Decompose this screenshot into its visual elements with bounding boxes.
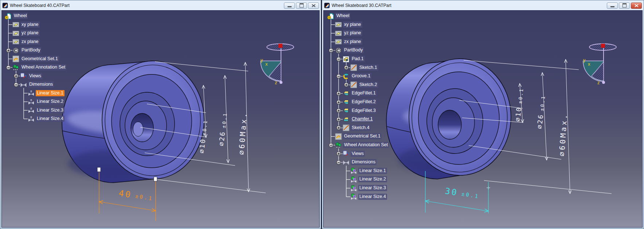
partbody-icon[interactable] [335,47,342,54]
edgefillet-icon[interactable] [343,90,350,97]
geoset-icon[interactable] [12,55,19,62]
geoset-icon[interactable] [335,133,342,140]
tree-node-geometrical-set-1[interactable]: Geometrical Set.1 [343,133,382,139]
tree-expander-plus[interactable]: + [344,82,349,87]
tree-expander-minus[interactable]: − [329,48,333,53]
dim-label-dia10[interactable]: ⌀10±0.1 [514,88,525,122]
plane-icon[interactable] [335,21,342,28]
linsize-icon[interactable]: ± [28,107,35,114]
annotset-icon[interactable] [12,64,19,71]
tree-node-pad-1[interactable]: Pad.1 [351,56,365,62]
partbody-icon[interactable] [12,47,19,54]
tree-node-sketch-4[interactable]: Sketch.4 [351,125,371,131]
tree-node-linear-size-2[interactable]: Linear Size.2 [358,176,387,182]
tree-node-partbody[interactable]: PartBody [20,47,41,53]
tree-node-xy-plane[interactable]: xy plane [20,22,40,28]
compass-handle[interactable] [278,44,282,48]
compass-handle[interactable] [601,44,605,48]
tree-node-chamfer-1[interactable]: Chamfer.1 [351,116,374,122]
tree-expander-minus[interactable]: − [336,74,341,79]
viewport-3d[interactable]: ⌀10±0.1 ⌀26±0.1 ⌀60Max. 30±0.1 y x z [323,10,643,228]
annotset-icon[interactable] [335,142,342,149]
spec-tree[interactable]: Wheelxy planeyz planezx plane+PartBodyGe… [2,11,126,220]
tree-node-partbody[interactable]: PartBody [343,47,364,53]
close-button[interactable] [631,3,642,9]
dimensions-icon[interactable] [20,81,27,88]
sketch-icon[interactable] [343,124,350,131]
tree-node-sketch-1[interactable]: Sketch.1 [358,65,378,71]
tree-node-yz-plane[interactable]: yz plane [20,30,40,36]
tree-node-views[interactable]: Views [28,73,42,79]
plane-icon[interactable] [335,30,342,37]
edgefillet-icon[interactable] [343,99,350,106]
compass[interactable]: y x z [261,44,294,85]
restore-button[interactable] [296,3,307,9]
plane-icon[interactable] [12,30,19,37]
tree-expander-minus[interactable]: − [336,57,341,62]
linsize2-icon[interactable] [350,185,357,192]
plane-icon[interactable] [12,21,19,28]
tree-expander-plus[interactable]: + [336,117,341,122]
groove-icon[interactable] [343,73,350,80]
dimensions-icon[interactable] [343,159,350,166]
tree-expander-plus[interactable]: + [336,91,341,96]
tree-node-edgefillet-1[interactable]: EdgeFillet.1 [351,90,377,96]
dimension-handle[interactable] [154,177,157,181]
chamfer-icon[interactable] [343,116,350,123]
part-icon[interactable] [327,13,334,20]
pad-icon[interactable] [343,56,350,63]
compass[interactable]: y x z [583,44,616,85]
tree-expander-plus[interactable]: + [336,108,341,113]
tree-node-linear-size-4[interactable]: Linear Size.4 [358,194,387,200]
tree-node-views[interactable]: Views [351,151,365,157]
sketch-icon[interactable] [350,81,357,88]
spec-tree[interactable]: Wheelxy planeyz planezx plane−PartBody−P… [324,11,448,220]
tree-expander-minus[interactable]: − [329,143,333,148]
restore-button[interactable] [619,3,630,9]
tree-node-edgefillet-2[interactable]: EdgeFillet.2 [351,99,377,105]
linsize2-icon[interactable] [350,193,357,200]
tree-expander-minus[interactable]: − [6,65,11,70]
tree-node-edgefillet-3[interactable]: EdgeFillet.3 [351,108,377,114]
tree-expander-plus[interactable]: + [336,100,341,105]
sketch-icon[interactable] [350,64,357,71]
tree-expander-plus[interactable]: + [14,74,19,78]
tree-expander-minus[interactable]: − [336,160,341,165]
tree-node-linear-size-1[interactable]: Linear Size.1 [358,168,387,174]
tree-expander-minus[interactable]: − [14,82,19,87]
minimize-button[interactable] [284,3,295,9]
views-icon[interactable] [343,150,350,157]
part-icon[interactable] [5,13,12,20]
tree-node-wheel-annotation-set[interactable]: Wheel Annotation Set [343,142,389,148]
tree-node-linear-size-1[interactable]: Linear Size.1 [36,90,65,96]
tree-node-dimensions[interactable]: Dimensions [28,81,54,88]
minimize-button[interactable] [607,3,618,9]
linsize-icon[interactable]: ± [28,98,35,105]
dim-label-dia60[interactable]: ⌀60Max. [557,113,569,157]
plane-icon[interactable] [335,38,342,45]
tree-expander-plus[interactable]: + [336,125,341,130]
tree-node-linear-size-3[interactable]: Linear Size.3 [36,107,65,113]
dim-label-width[interactable]: 30±0.1 [444,186,480,201]
tree-node-linear-size-4[interactable]: Linear Size.4 [36,116,65,122]
linsize-icon[interactable]: ± [28,116,35,123]
tree-node-linear-size-3[interactable]: Linear Size.3 [358,185,387,191]
tree-node-zx-plane[interactable]: zx plane [20,39,40,45]
views-icon[interactable] [20,73,27,79]
plane-icon[interactable] [12,38,19,45]
linsize-icon[interactable]: ± [28,90,35,97]
tree-node-wheel[interactable]: Wheel [13,13,28,19]
tree-node-groove-1[interactable]: Groove.1 [351,73,371,79]
edgefillet-icon[interactable] [343,107,350,114]
tree-node-zx-plane[interactable]: zx plane [343,39,362,45]
tree-node-dimensions[interactable]: Dimensions [351,159,376,165]
tree-node-wheel-annotation-set[interactable]: Wheel Annotation Set [20,64,66,70]
dim-label-dia60[interactable]: ⌀60Max. [237,111,249,155]
tree-expander-plus[interactable]: + [6,48,11,53]
viewport-3d[interactable]: ⌀10±0.1 ⌀26±0.1 ⌀60Max. 40±0.1 y x [1,10,320,228]
tree-node-linear-size-2[interactable]: Linear Size.2 [36,98,65,105]
title-bar[interactable]: Wheel Skateboard 40.CATPart [1,1,320,10]
tree-node-yz-plane[interactable]: yz plane [343,30,362,36]
tree-expander-plus[interactable]: + [344,65,349,70]
close-button[interactable] [308,3,319,9]
